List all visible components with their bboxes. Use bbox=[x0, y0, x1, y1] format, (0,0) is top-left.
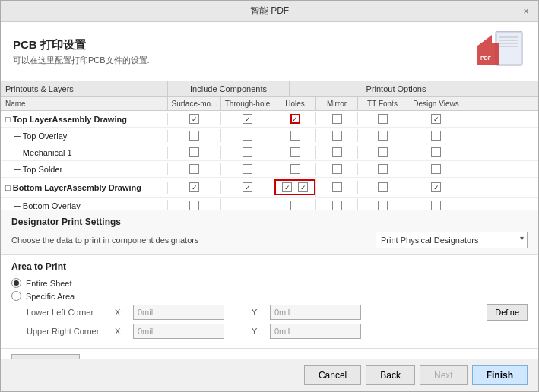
cell-ttfonts[interactable] bbox=[358, 199, 407, 210]
cell-design[interactable] bbox=[407, 181, 464, 194]
cell-surface[interactable] bbox=[168, 129, 221, 142]
designator-title: Designator Print Settings bbox=[11, 217, 528, 227]
cell-ttfonts[interactable] bbox=[358, 129, 407, 142]
cell-mirror[interactable] bbox=[316, 129, 358, 142]
cell-through[interactable] bbox=[221, 146, 274, 159]
upper-y-axis: Y: bbox=[252, 327, 265, 336]
table-section: Printouts & Layers Include Components Pr… bbox=[1, 81, 538, 210]
cell-design[interactable] bbox=[407, 129, 464, 142]
lower-y-input[interactable] bbox=[270, 305, 361, 320]
header-section: PCB 打印设置 可以在这里配置打印PCB文件的设置. PDF bbox=[1, 22, 538, 81]
specific-area-label: Specific Area bbox=[26, 292, 75, 301]
upper-right-label: Upper Right Corner bbox=[27, 327, 110, 336]
upper-right-row: Upper Right Corner X: Y: bbox=[11, 324, 528, 339]
logo: PDF bbox=[473, 31, 526, 73]
sh-ttfonts: TT Fonts bbox=[358, 97, 407, 110]
table-col-groups: Printouts & Layers Include Components Pr… bbox=[1, 81, 538, 97]
lower-y-axis: Y: bbox=[252, 308, 265, 317]
back-button[interactable]: Back bbox=[366, 365, 415, 385]
row-name: □ Bottom LayerAssembly Drawing bbox=[1, 182, 168, 194]
table-row: ─ Top Solder bbox=[1, 161, 538, 178]
lower-left-label: Lower Left Corner bbox=[27, 308, 110, 317]
designator-row: Choose the data to print in component de… bbox=[11, 232, 528, 248]
cell-ttfonts[interactable] bbox=[358, 181, 407, 194]
cell-design[interactable] bbox=[407, 163, 464, 175]
row-name: □ Top LayerAssembly Drawing bbox=[1, 113, 168, 125]
table-row: ─ Bottom Overlay bbox=[1, 198, 538, 210]
cell-mirror[interactable] bbox=[316, 181, 358, 194]
row-name: ─ Mechanical 1 bbox=[1, 147, 168, 159]
designator-select[interactable]: Print Physical DesignatorsPrint Logical … bbox=[376, 232, 528, 248]
specific-area-radio[interactable] bbox=[11, 291, 21, 301]
table-row: ─ Mechanical 1 bbox=[1, 144, 538, 161]
cell-mirror[interactable] bbox=[316, 112, 358, 125]
next-button[interactable]: Next bbox=[420, 365, 468, 385]
cell-surface[interactable] bbox=[168, 146, 221, 159]
entire-sheet-label: Entire Sheet bbox=[26, 279, 72, 288]
sh-mirror: Mirror bbox=[316, 97, 358, 110]
close-button[interactable]: × bbox=[520, 5, 532, 17]
upper-x-input[interactable] bbox=[133, 324, 224, 339]
sh-holes: Holes bbox=[274, 97, 316, 110]
cell-holes[interactable] bbox=[274, 163, 316, 175]
cancel-button[interactable]: Cancel bbox=[304, 365, 361, 385]
preferences-row: Preferences... bbox=[1, 349, 538, 359]
svg-text:PDF: PDF bbox=[480, 55, 492, 61]
cell-through[interactable] bbox=[221, 199, 274, 210]
cell-design[interactable] bbox=[407, 199, 464, 210]
cell-ttfonts[interactable] bbox=[358, 146, 407, 159]
cell-mirror[interactable] bbox=[316, 146, 358, 159]
footer: Cancel Back Next Finish bbox=[1, 359, 538, 391]
table-row: □ Top LayerAssembly Drawing bbox=[1, 111, 538, 128]
cell-holes[interactable] bbox=[274, 112, 316, 125]
cell-surface[interactable] bbox=[168, 163, 221, 175]
cell-holes[interactable] bbox=[274, 199, 316, 210]
content-area: PCB 打印设置 可以在这里配置打印PCB文件的设置. PDF bbox=[1, 22, 538, 391]
cell-ttfonts[interactable] bbox=[358, 112, 407, 125]
sh-surface: Surface-mo... bbox=[168, 97, 221, 110]
define-button[interactable]: Define bbox=[487, 304, 528, 321]
cell-design[interactable] bbox=[407, 112, 464, 125]
area-section: Area to Print Entire Sheet Specific Area… bbox=[1, 255, 538, 349]
finish-button[interactable]: Finish bbox=[472, 365, 528, 385]
col-group-printout: Printout Options bbox=[290, 81, 503, 96]
main-content: Printouts & Layers Include Components Pr… bbox=[1, 81, 538, 359]
entire-sheet-row: Entire Sheet bbox=[11, 278, 528, 288]
titlebar: 智能 PDF × bbox=[1, 1, 538, 22]
entire-sheet-radio[interactable] bbox=[11, 278, 21, 288]
cell-surface[interactable] bbox=[168, 181, 221, 194]
sh-name: Name bbox=[1, 97, 168, 110]
specific-area-row: Specific Area bbox=[11, 291, 528, 301]
cell-through[interactable] bbox=[221, 129, 274, 142]
cell-through[interactable] bbox=[221, 181, 274, 194]
row-name: ─ Bottom Overlay bbox=[1, 200, 168, 210]
cell-design[interactable] bbox=[407, 146, 464, 159]
upper-y-input[interactable] bbox=[270, 324, 361, 339]
table-row: ─ Top Overlay bbox=[1, 128, 538, 144]
cell-surface[interactable] bbox=[168, 112, 221, 125]
page-subtitle: 可以在这里配置打印PCB文件的设置. bbox=[13, 55, 150, 66]
area-title: Area to Print bbox=[11, 261, 528, 272]
cell-holes[interactable] bbox=[274, 146, 316, 159]
cell-ttfonts[interactable] bbox=[358, 163, 407, 175]
window-title: 智能 PDF bbox=[250, 5, 289, 17]
cell-through[interactable] bbox=[221, 163, 274, 175]
designator-select-wrapper[interactable]: Print Physical DesignatorsPrint Logical … bbox=[376, 232, 528, 248]
table-sub-headers: Name Surface-mo... Through-hole Holes Mi… bbox=[1, 97, 538, 111]
cell-holes[interactable] bbox=[274, 129, 316, 142]
lower-left-row: Lower Left Corner X: Y: Define bbox=[11, 304, 528, 321]
header-text: PCB 打印设置 可以在这里配置打印PCB文件的设置. bbox=[13, 38, 150, 66]
page-title: PCB 打印设置 bbox=[13, 38, 150, 52]
lower-x-axis: X: bbox=[115, 308, 128, 317]
upper-x-axis: X: bbox=[115, 327, 128, 336]
cell-mirror[interactable] bbox=[316, 163, 358, 175]
cell-mirror[interactable] bbox=[316, 199, 358, 210]
cell-through[interactable] bbox=[221, 112, 274, 125]
cell-surface[interactable] bbox=[168, 199, 221, 210]
cell-holes[interactable] bbox=[274, 178, 316, 197]
lower-x-input[interactable] bbox=[133, 305, 224, 320]
table-body: □ Top LayerAssembly Drawing ─ Top Overla… bbox=[1, 111, 538, 210]
col-group-printouts: Printouts & Layers bbox=[1, 81, 168, 96]
col-group-include: Include Components bbox=[168, 81, 290, 96]
sh-through: Through-hole bbox=[221, 97, 274, 110]
